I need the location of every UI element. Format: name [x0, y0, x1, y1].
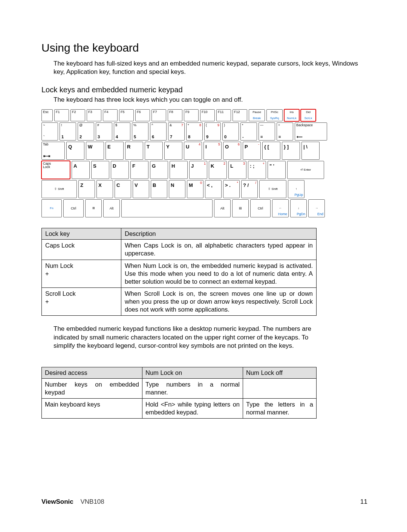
- lock-table-header: Lock key: [42, 228, 121, 240]
- key-F: F: [130, 161, 148, 179]
- numlock-table-cell: [243, 378, 317, 398]
- key-arrow-right: →End: [308, 199, 325, 217]
- key-M: M0: [187, 180, 204, 198]
- key-f10: F10: [200, 109, 215, 121]
- key-ins: InsNumLk: [284, 109, 299, 121]
- key-8: *88: [186, 122, 203, 141]
- key-f8: F8: [168, 109, 182, 121]
- key-N: N: [169, 180, 185, 198]
- numlock-table-cell: Type the letters in a normal manner.: [243, 398, 317, 418]
- key-0: )0: [222, 122, 239, 141]
- numlock-table: Desired accessNum Lock onNum Lock offNum…: [41, 367, 317, 419]
- key-shift-left: ⇧ Shift: [41, 180, 77, 198]
- key-f5: F5: [119, 109, 134, 121]
- lock-keys-table: Lock keyDescriptionCaps LockWhen Caps Lo…: [41, 228, 317, 316]
- key-ctrl: Ctrl: [63, 199, 84, 217]
- key-arrow-down: ↓PgDn: [290, 199, 307, 217]
- lock-table-desc: When Caps Lock is on, all alphabetic cha…: [121, 240, 317, 260]
- key-`: ~`: [41, 122, 58, 141]
- footer-model: VNB108: [80, 498, 104, 505]
- key-7: &77: [168, 122, 185, 141]
- key-K: K2: [209, 161, 227, 179]
- key--: *-: [240, 122, 257, 141]
- key-3: #3: [96, 122, 112, 141]
- lock-table-key: Caps Lock: [42, 240, 121, 260]
- key-2: @2: [78, 122, 94, 141]
- key-H: H: [170, 161, 188, 179]
- key-X: X: [96, 180, 113, 198]
- key-tab: Tab⇤⇥: [41, 142, 65, 160]
- key-f4: F4: [103, 109, 118, 121]
- key-space: [121, 199, 213, 217]
- lock-table-key: Scroll Lock+: [42, 287, 121, 315]
- key-R: R: [125, 142, 143, 160]
- key-f12: F12: [233, 109, 247, 121]
- key-A: A: [72, 161, 90, 179]
- key-f1: F1: [54, 109, 69, 121]
- key-menu: ▤: [232, 199, 249, 217]
- key-f7: F7: [151, 109, 166, 121]
- numlock-table-cell: Main keyboard keys: [42, 398, 142, 418]
- key-G: G: [150, 161, 168, 179]
- key-prtsc: PrtScSysRq: [266, 109, 283, 121]
- keyboard-diagram: Esc F1 F2 F3 F4 F5 F6 F7 F8 F9 F10 F11 F…: [41, 109, 367, 217]
- key-I: I5: [204, 142, 222, 160]
- key-: : ;+: [248, 161, 266, 179]
- key-4: $4: [114, 122, 130, 141]
- key-1: !1: [60, 122, 76, 141]
- key-: { [: [262, 142, 280, 160]
- between-paragraph: The embedded numeric keypad functions li…: [54, 325, 317, 350]
- section-heading: Lock keys and embedded numeric keypad: [41, 86, 367, 94]
- key-: > .*: [223, 180, 240, 198]
- key-5: %5: [132, 122, 148, 141]
- key-D: D: [111, 161, 129, 179]
- key-W: W: [86, 142, 104, 160]
- key-f9: F9: [184, 109, 199, 121]
- key-Y: Y: [164, 142, 182, 160]
- key-: < ,: [205, 180, 222, 198]
- key-f11: F11: [216, 109, 231, 121]
- key-: " ': [268, 161, 286, 179]
- key-B: B: [151, 180, 167, 198]
- key-alt: Alt: [214, 199, 231, 217]
- footer-page-number: 11: [360, 498, 367, 506]
- key-pause: PauseBreak: [249, 109, 265, 121]
- key-O: O6: [223, 142, 241, 160]
- section-subtext: The keyboard has three lock keys which y…: [54, 96, 367, 104]
- lock-table-header: Description: [121, 228, 317, 240]
- key-f3: F3: [87, 109, 101, 121]
- key-: | \: [301, 142, 320, 160]
- numlock-table-header: Num Lock on: [142, 367, 243, 378]
- key-9: (99: [204, 122, 221, 141]
- key-P: P-: [243, 142, 261, 160]
- footer-brand: ViewSonic: [41, 498, 73, 505]
- key-C: C: [115, 180, 131, 198]
- key-shift-right: ⇧ Shift: [259, 180, 286, 198]
- key-arrow-up: ↑PgUp: [288, 180, 304, 198]
- key-T: T: [145, 142, 163, 160]
- key-win: ⊞: [85, 199, 102, 217]
- key-L: L3: [228, 161, 246, 179]
- numlock-table-cell: Type numbers in a normal manner.: [142, 378, 243, 398]
- key-arrow-left: ←Home: [272, 199, 289, 217]
- key-esc: Esc: [41, 109, 53, 121]
- page-footer: ViewSonic VNB108 11: [41, 498, 367, 506]
- numlock-table-cell: Hold <Fn> while typing letters on embedd…: [142, 398, 243, 418]
- key-=: +=: [277, 122, 293, 141]
- key-del: DelScrLk: [301, 109, 316, 121]
- lock-table-desc: When Num Lock is on, the embedded numeri…: [121, 260, 317, 287]
- lock-table-key: Num Lock+: [42, 260, 121, 287]
- key-V: V: [133, 180, 149, 198]
- key-=: —=: [259, 122, 275, 141]
- key-f6: F6: [135, 109, 150, 121]
- key-J: J1: [189, 161, 207, 179]
- key-E: E: [106, 142, 124, 160]
- key-Q: Q: [66, 142, 84, 160]
- page-title: Using the keyboard: [41, 41, 367, 54]
- intro-paragraph: The keyboard has full-sized keys and an …: [54, 60, 367, 76]
- key-backspace: Backspace⟵: [295, 122, 327, 141]
- lock-table-desc: When Scroll Lock is on, the screen moves…: [121, 287, 317, 315]
- key-: ? //: [241, 180, 258, 198]
- numlock-table-header: Num Lock off: [243, 367, 317, 378]
- key-ctrl: Ctrl: [250, 199, 271, 217]
